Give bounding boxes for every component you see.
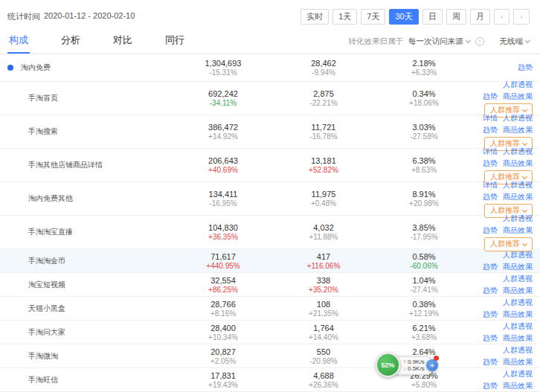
metric-change: -20.98% (275, 357, 372, 365)
action-link-趋势[interactable]: 趋势 (483, 158, 498, 169)
action-link-趋势[interactable]: 趋势 (483, 286, 498, 296)
table-row[interactable]: 淘宝短视频32,554+86.25%338+35.20%1.04%-27.41%… (0, 273, 540, 297)
action-link-趋势[interactable]: 趋势 (483, 192, 498, 202)
chevron-down-icon (522, 174, 527, 179)
range-button-1天[interactable]: 1天 (332, 9, 357, 25)
action-link-商品效果[interactable]: 商品效果 (503, 381, 533, 391)
percent-badge[interactable]: 52% (376, 353, 400, 377)
range-button-7天[interactable]: 7天 (361, 9, 385, 25)
table-row[interactable]: 天猫小黑盒28,766+8.16%108+21.35%0.38%+12.19%人… (0, 297, 540, 321)
metric-change: +10.34% (171, 333, 275, 341)
speed-monitor-widget[interactable]: ↑ 0.9K/s ↓ 0.5K/s 52% + (376, 351, 443, 379)
action-link-趋势[interactable]: 趋势 (483, 381, 498, 391)
action-link-人群透视[interactable]: 人群透视 (503, 345, 533, 356)
action-link-趋势[interactable]: 趋势 (483, 309, 498, 320)
info-icon[interactable]: ? (475, 37, 484, 46)
action-link-趋势[interactable]: 趋势 (483, 91, 498, 102)
stat-time-label: 统计时间 (7, 11, 40, 22)
metric-value: 4,688 (275, 371, 372, 380)
metric-change: +26.36% (275, 381, 372, 389)
action-link-人群透视[interactable]: 人群透视 (503, 274, 533, 284)
channel-cell: 手淘淘宝直播 (0, 227, 171, 237)
metric-change: -22.21% (275, 99, 372, 107)
action-link-详情[interactable]: 详情 (483, 147, 498, 157)
table-row[interactable]: 手淘搜索386,472+14.92%11,721-16.78%3.03%-27.… (0, 115, 540, 149)
metric-cell: 134,411-16.95% (171, 190, 275, 208)
tab-分析[interactable]: 分析 (60, 30, 82, 54)
action-link-人群透视[interactable]: 人群透视 (503, 113, 533, 123)
action-link-人群透视[interactable]: 人群透视 (503, 80, 533, 90)
table-row[interactable]: 手淘淘金币71,617+440.95%417+116.06%0.58%-60.0… (0, 249, 540, 273)
range-button-月[interactable]: 月 (470, 9, 490, 25)
action-link-商品效果[interactable]: 商品效果 (503, 158, 533, 169)
chevron-right-icon[interactable]: › (513, 9, 530, 25)
table-row[interactable]: 手淘问大家28,400+10.34%1,764+14.40%6.21%+3.68… (0, 321, 540, 344)
action-link-商品效果[interactable]: 商品效果 (503, 286, 533, 296)
table-row[interactable]: 手淘其他店铺商品详情206,643+40.69%13,181+52.82%6.3… (0, 149, 540, 182)
range-button-周[interactable]: 周 (446, 9, 466, 25)
metric-value: 0.38% (372, 300, 476, 309)
device-dropdown[interactable]: 无线端 (500, 36, 530, 47)
metric-value: 20,827 (171, 347, 275, 356)
range-button-实时[interactable]: 实时 (300, 9, 329, 25)
metric-value: 4,032 (275, 223, 372, 232)
metric-change: +8.63% (372, 166, 476, 174)
tab-构成[interactable]: 构成 (7, 30, 30, 54)
chevron-down-icon (465, 38, 470, 43)
action-link-商品效果[interactable]: 商品效果 (503, 262, 533, 272)
action-link-详情[interactable]: 详情 (483, 180, 498, 190)
action-link-人群透视[interactable]: 人群透视 (503, 180, 533, 190)
actions-cell: 详情人群透视趋势商品效果人群推荐 (476, 147, 540, 184)
action-link-趋势[interactable]: 趋势 (483, 225, 498, 236)
action-link-详情[interactable]: 详情 (483, 113, 498, 123)
metric-cell: 4,032+11.88% (275, 223, 372, 241)
chevron-left-icon[interactable]: ‹ (494, 9, 510, 25)
action-link-商品效果[interactable]: 商品效果 (503, 333, 533, 344)
action-link-人群透视[interactable]: 人群透视 (503, 321, 533, 332)
plus-icon[interactable]: + (426, 359, 438, 371)
action-link-趋势[interactable]: 趋势 (483, 357, 498, 367)
range-button-30天[interactable]: 30天 (389, 9, 418, 25)
action-link-趋势[interactable]: 趋势 (483, 262, 498, 272)
attribution-dropdown[interactable]: 每一次访问来源 (408, 36, 470, 47)
table-row[interactable]: 手淘微淘20,827+2.05%550-20.98%2.64%人群透视趋势商品效… (0, 344, 540, 368)
action-link-商品效果[interactable]: 商品效果 (503, 192, 533, 202)
tab-同行[interactable]: 同行 (164, 30, 186, 54)
action-link-趋势[interactable]: 趋势 (483, 333, 498, 344)
action-link-趋势[interactable]: 趋势 (518, 62, 533, 73)
metric-cell: 3.03%-27.58% (372, 123, 476, 141)
action-link-商品效果[interactable]: 商品效果 (503, 309, 533, 320)
table-row[interactable]: 淘内免费其他134,411-16.95%11,975+0.48%8.91%+20… (0, 182, 540, 216)
action-link-人群透视[interactable]: 人群透视 (503, 298, 533, 308)
metric-value: 71,617 (171, 252, 275, 261)
metric-change: +8.16% (171, 309, 275, 318)
action-link-商品效果[interactable]: 商品效果 (503, 91, 533, 102)
action-link-人群透视[interactable]: 人群透视 (503, 147, 533, 157)
action-link-商品效果[interactable]: 商品效果 (503, 225, 533, 236)
tab-对比[interactable]: 对比 (112, 30, 134, 54)
action-link-商品效果[interactable]: 商品效果 (503, 357, 533, 367)
upload-arrow-icon: ↑ (403, 359, 406, 365)
channel-name: 手淘淘金币 (28, 256, 65, 266)
metric-change: +2.05% (171, 357, 275, 365)
metric-change: -9.94% (275, 68, 372, 77)
range-button-group: 实时1天7天30天日周月 ‹ › (300, 9, 530, 25)
action-link-趋势[interactable]: 趋势 (483, 125, 498, 135)
action-link-商品效果[interactable]: 商品效果 (503, 125, 533, 135)
action-link-人群透视[interactable]: 人群透视 (503, 369, 533, 379)
table-row[interactable]: 手淘淘宝直播104,830+36.35%4,032+11.88%3.85%-17… (0, 216, 540, 249)
actions-cell: 详情人群透视趋势商品效果人群推荐 (476, 180, 540, 218)
range-button-日[interactable]: 日 (422, 9, 443, 25)
action-link-人群透视[interactable]: 人群透视 (503, 213, 533, 224)
action-link-人群透视[interactable]: 人群透视 (503, 250, 533, 260)
table-row[interactable]: 手淘旺信17,831+19.43%4,688+26.36%26.29%+5.80… (0, 368, 540, 392)
metric-change: -60.06% (372, 262, 476, 270)
table-row[interactable]: 手淘首页692,242-34.11%2,875-22.21%0.34%+18.0… (0, 82, 540, 115)
metric-change: -27.41% (372, 286, 476, 294)
actions-cell: 人群透视趋势商品效果 (476, 321, 540, 344)
metric-change: +11.88% (275, 233, 372, 241)
metric-cell: 0.34%+18.06% (372, 89, 476, 107)
channel-name: 淘宝短视频 (28, 280, 65, 290)
metric-change: +40.69% (171, 166, 275, 174)
table-row[interactable]: 淘内免费1,304,693-15.31%28,462-9.94%2.18%+6.… (0, 54, 540, 82)
